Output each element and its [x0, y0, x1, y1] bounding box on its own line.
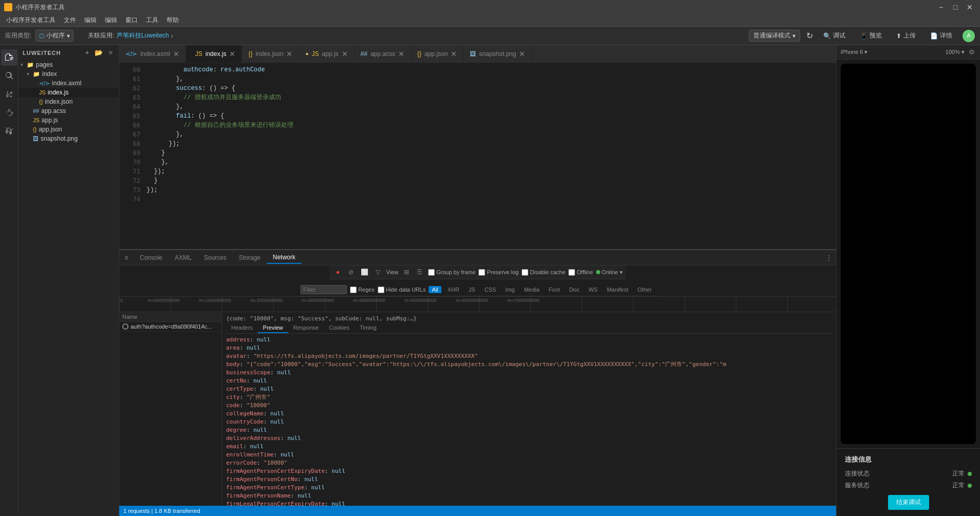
group-by-frame-checkbox-label[interactable]: Group by frame [428, 269, 475, 276]
sidebar-icon-files[interactable] [1, 49, 17, 66]
devtools-tab-network[interactable]: Network [267, 252, 302, 264]
regex-label[interactable]: Regex [350, 286, 375, 293]
menu-tools[interactable]: 工具 [142, 15, 162, 26]
filter-toggle-button[interactable]: ▽ [373, 267, 383, 277]
filter-other[interactable]: Other [635, 286, 655, 293]
filter-input[interactable] [301, 285, 347, 294]
sidebar-icon-git[interactable] [1, 86, 17, 103]
filter-css[interactable]: CSS [482, 286, 500, 293]
app-type-select[interactable]: ⬡ 小程序 ▾ [35, 30, 73, 42]
filter-xhr[interactable]: XHR [445, 286, 463, 293]
menu-view[interactable]: 编辑 [101, 15, 121, 26]
end-debug-button[interactable]: 结束调试 [888, 495, 929, 510]
menu-app[interactable]: 小程序开发者工具 [2, 15, 60, 26]
menu-file[interactable]: 文件 [60, 15, 80, 26]
tab-index-js[interactable]: JS index.js ✕ [186, 45, 243, 63]
hide-data-urls-checkbox[interactable] [378, 286, 384, 293]
camera-button[interactable]: ⬜ [359, 267, 369, 277]
sidebar-icon-debug[interactable] [1, 105, 17, 121]
filter-ws[interactable]: WS [585, 286, 601, 293]
menu-help[interactable]: 帮助 [162, 15, 183, 26]
new-file-icon[interactable]: + [84, 48, 91, 57]
clear-button[interactable]: ⊘ [346, 267, 356, 277]
preview-button[interactable]: 📱 预览 [856, 30, 886, 42]
tab-app-json[interactable]: {} app.json ✕ [411, 45, 464, 63]
tree-item-app-json[interactable]: {} app.json [19, 125, 119, 134]
disable-cache-checkbox[interactable] [522, 269, 528, 276]
filter-img[interactable]: Img [502, 286, 517, 293]
devtools-more-icon[interactable]: ⋮ [824, 253, 834, 263]
tree-item-app-js[interactable]: JS app.js [19, 116, 119, 125]
tab-close-index-json[interactable]: ✕ [286, 50, 292, 58]
code-editor[interactable]: 6061626364 6566676869 7071727374 authcod… [119, 63, 836, 249]
tab-close-app-json[interactable]: ✕ [451, 50, 457, 58]
record-button[interactable]: ● [332, 267, 343, 277]
upload-button[interactable]: ⬆ 上传 [892, 30, 920, 42]
filter-manifest[interactable]: Manifest [604, 286, 632, 293]
tree-item-index-folder[interactable]: ▾ 📁 index [19, 69, 119, 79]
view-grid-button[interactable]: ⊞ [401, 267, 412, 277]
preserve-log-checkbox[interactable] [478, 269, 485, 276]
debug-button[interactable]: 🔍 调试 [819, 30, 849, 42]
tab-snapshot-png[interactable]: 🖼 snapshot.png ✕ [464, 45, 532, 63]
group-by-frame-checkbox[interactable] [428, 269, 435, 276]
tree-item-index-js[interactable]: JS index.js [19, 88, 119, 97]
detail-button[interactable]: 📄 详情 [926, 30, 956, 42]
network-row-0[interactable]: auth?authcode=d9a090f4014c... [119, 322, 221, 332]
tab-close-index-axml[interactable]: ✕ [173, 50, 179, 58]
offline-checkbox[interactable] [568, 269, 575, 276]
detail-tab-timing[interactable]: Timing [355, 323, 382, 333]
detail-tab-preview[interactable]: Preview [258, 323, 288, 333]
detail-tab-cookies[interactable]: Cookies [324, 323, 355, 333]
menu-edit[interactable]: 编辑 [80, 15, 101, 26]
tree-item-pages[interactable]: ▾ 📁 pages [19, 60, 119, 69]
phone-model-select[interactable]: iPhone 6 ▾ [841, 49, 867, 55]
devtools-panel-toggle[interactable]: ≡ [121, 253, 132, 263]
devtools-tab-storage[interactable]: Storage [233, 252, 267, 263]
refresh-button[interactable]: ↻ [806, 31, 813, 41]
detail-tab-headers[interactable]: Headers [226, 323, 258, 333]
new-folder-icon[interactable]: 📂 [93, 48, 105, 57]
detail-tab-response[interactable]: Response [288, 323, 324, 333]
view-list-button[interactable]: ☰ [415, 267, 425, 277]
linked-app-name[interactable]: 芦苇科技Luweitech [117, 31, 169, 40]
hide-data-urls-label[interactable]: Hide data URLs [378, 286, 426, 293]
tab-app-acss[interactable]: ## app.acss ✕ [355, 45, 411, 63]
minimize-button[interactable]: − [935, 2, 947, 12]
zoom-value[interactable]: 100% ▾ [946, 49, 965, 55]
offline-label[interactable]: Offline [568, 269, 593, 276]
filter-media[interactable]: Media [521, 286, 543, 293]
regex-checkbox[interactable] [350, 286, 357, 293]
devtools-tab-console[interactable]: Console [134, 252, 169, 263]
network-detail[interactable]: {code: "10000", msg: "Success", subCode:… [222, 312, 836, 506]
filter-all[interactable]: All [429, 286, 441, 293]
tab-index-json[interactable]: {} index.json ✕ [242, 45, 299, 63]
compile-mode-select[interactable]: 普通编译模式 ▾ [749, 30, 800, 42]
tab-close-index-js[interactable]: ✕ [229, 50, 235, 58]
devtools-tab-axml[interactable]: AXML [169, 252, 198, 263]
maximize-button[interactable]: □ [949, 2, 961, 12]
sidebar-icon-extensions[interactable] [1, 123, 17, 140]
code-content[interactable]: authcode: res.authCode }, success: () =>… [142, 63, 836, 249]
phone-toolbar-settings-icon[interactable]: ⚙ [968, 47, 976, 57]
tab-close-app-js[interactable]: ✕ [342, 50, 348, 58]
filter-doc[interactable]: Doc [566, 286, 583, 293]
sidebar-icon-search[interactable] [1, 68, 17, 84]
tab-app-js[interactable]: ● JS app.js ✕ [299, 45, 354, 63]
menu-window[interactable]: 窗口 [121, 15, 142, 26]
close-button[interactable]: ✕ [964, 2, 976, 12]
tab-close-app-acss[interactable]: ✕ [398, 50, 404, 58]
preserve-log-label[interactable]: Preserve log [478, 269, 519, 276]
user-avatar[interactable]: A [963, 30, 975, 42]
tab-index-axml[interactable]: ≺/≻ index.axml ✕ [119, 45, 186, 63]
disable-cache-label[interactable]: Disable cache [522, 269, 565, 276]
tree-item-snapshot-png[interactable]: 🖼 snapshot.png [19, 134, 119, 143]
filter-font[interactable]: Font [546, 286, 563, 293]
tab-close-snapshot[interactable]: ✕ [519, 50, 525, 58]
tree-item-index-json[interactable]: {} index.json [19, 97, 119, 106]
devtools-tab-sources[interactable]: Sources [198, 252, 233, 263]
collapse-all-icon[interactable]: ≡ [107, 48, 115, 57]
tree-item-index-axml[interactable]: ≺/≻ index.axml [19, 79, 119, 88]
tree-item-app-acss[interactable]: ## app.acss [19, 106, 119, 116]
filter-js[interactable]: JS [466, 286, 478, 293]
